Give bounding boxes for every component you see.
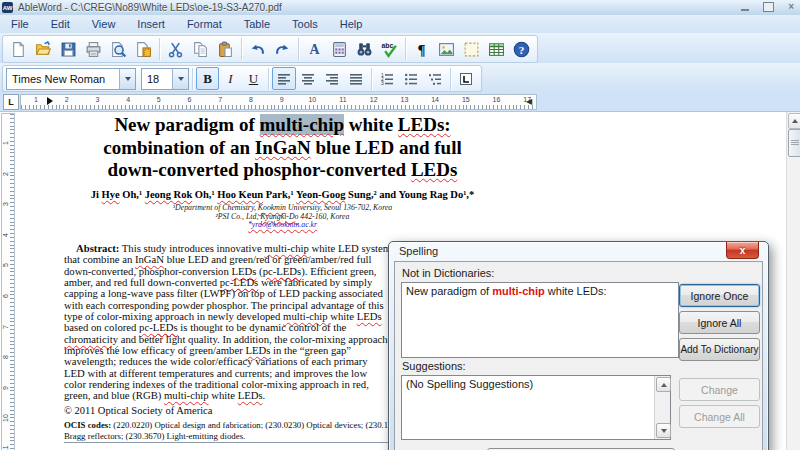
- ruler-number: 10: [2, 413, 12, 423]
- bullet-list-icon[interactable]: [399, 67, 423, 90]
- ruler-number: 16: [492, 96, 502, 103]
- paper-title-line2: combination of an InGaN blue LED and ful…: [30, 137, 535, 160]
- ruler-number: 6: [185, 96, 195, 103]
- tab-stop-icon[interactable]: [454, 67, 478, 90]
- svg-text:?: ?: [519, 43, 525, 55]
- suggestions-scrollbar[interactable]: [654, 376, 670, 439]
- ruler-number: 15: [461, 96, 471, 103]
- menu-table[interactable]: Table: [233, 15, 281, 33]
- vertical-scrollbar[interactable]: [786, 112, 800, 450]
- ruler-number: 8: [246, 96, 256, 103]
- svg-text:abc: abc: [382, 41, 394, 48]
- right-margin-marker[interactable]: ◀: [526, 97, 532, 107]
- ruler-v-numbers: 1234567891011: [2, 114, 14, 450]
- help-icon[interactable]: ?: [509, 37, 534, 61]
- copy-icon[interactable]: [188, 37, 213, 61]
- paper-title-line3: down-converted phosphor-converted LEDs: [30, 159, 535, 182]
- close-window-button[interactable]: ×: [788, 2, 794, 12]
- underline-button[interactable]: U: [242, 67, 265, 90]
- find-icon[interactable]: [352, 37, 377, 61]
- menu-help[interactable]: Help: [329, 15, 374, 33]
- menu-file[interactable]: File: [0, 15, 40, 33]
- redo-icon[interactable]: [270, 37, 295, 61]
- paste-icon[interactable]: [213, 37, 238, 61]
- ruler-number: 4: [123, 96, 133, 103]
- maximize-button[interactable]: [763, 2, 774, 12]
- ruler-number: 7: [2, 322, 12, 332]
- page-setup-icon[interactable]: [131, 37, 156, 61]
- justify-icon[interactable]: [344, 67, 368, 90]
- formatting-toolbar: Times New Roman 18 B I U 123: [0, 63, 800, 92]
- scrollbar-thumb[interactable]: [788, 129, 800, 157]
- ruler-number: 6: [2, 291, 12, 301]
- ruler-number: 7: [215, 96, 225, 103]
- cut-icon[interactable]: [163, 37, 188, 61]
- font-size-dropdown-arrow[interactable]: [172, 69, 188, 89]
- author-email: *yrdo@kookmin.ac.kr: [20, 221, 545, 230]
- ruler-h-numbers: 1234567891011121314151617: [21, 95, 536, 109]
- calculator-icon[interactable]: [327, 37, 352, 61]
- paper-affiliations: ¹Department of Chemistry, Kookmin Univer…: [20, 204, 545, 230]
- tab-selector-button[interactable]: L: [3, 94, 19, 110]
- new-document-icon[interactable]: [6, 37, 31, 61]
- indent-marker[interactable]: [47, 97, 53, 105]
- ruler-number: 4: [2, 230, 12, 240]
- paragraph-marks-icon[interactable]: ¶: [409, 37, 434, 61]
- font-color-icon[interactable]: A: [302, 37, 327, 61]
- misspelled-sentence-box[interactable]: New paradigm of multi-chip white LEDs:: [401, 282, 679, 358]
- insert-table-icon[interactable]: [484, 37, 509, 61]
- title-bar: AW AbleWord - C:\CREG\No89\White LEDs\oe…: [0, 0, 800, 15]
- insert-image-icon[interactable]: [434, 37, 459, 61]
- ruler-number: 5: [154, 96, 164, 103]
- align-center-icon[interactable]: [296, 67, 320, 90]
- multilevel-list-icon[interactable]: [423, 67, 447, 90]
- menu-edit[interactable]: Edit: [40, 15, 81, 33]
- paper-title-line1: New paradigm of multi-chip white LEDs:: [30, 114, 535, 137]
- menu-insert[interactable]: Insert: [126, 15, 176, 33]
- italic-button[interactable]: I: [219, 67, 242, 90]
- menu-bar: File Edit View Insert Format Table Tools…: [0, 15, 800, 33]
- bold-button[interactable]: B: [196, 67, 219, 90]
- menu-format[interactable]: Format: [176, 15, 233, 33]
- insert-frame-icon[interactable]: [459, 37, 484, 61]
- ruler-number: 9: [277, 96, 287, 103]
- horizontal-ruler: 1234567891011121314151617 ◀: [20, 94, 537, 110]
- change-button[interactable]: Change: [679, 378, 760, 401]
- ignore-once-button[interactable]: Ignore Once: [679, 284, 760, 307]
- spell-check-icon[interactable]: abc: [377, 37, 402, 61]
- ableword-window: AW AbleWord - C:\CREG\No89\White LEDs\oe…: [0, 0, 800, 450]
- save-icon[interactable]: [56, 37, 81, 61]
- ruler-number: 9: [2, 383, 12, 393]
- align-left-icon[interactable]: [272, 67, 296, 90]
- minimize-button[interactable]: [741, 9, 749, 11]
- font-name-select[interactable]: Times New Roman: [6, 68, 136, 90]
- suggestions-label: Suggestions:: [402, 360, 466, 372]
- open-icon[interactable]: [31, 37, 56, 61]
- suggestions-scroll-down-icon[interactable]: [656, 423, 671, 438]
- spelling-dialog-title[interactable]: Spelling: [399, 245, 438, 257]
- suggestions-scroll-up-icon[interactable]: [656, 377, 671, 392]
- align-right-icon[interactable]: [320, 67, 344, 90]
- font-size-value: 18: [142, 73, 172, 85]
- menu-view[interactable]: View: [81, 15, 127, 33]
- scrollbar-up-arrow[interactable]: [788, 113, 800, 129]
- font-size-select[interactable]: 18: [141, 68, 189, 90]
- not-in-dictionaries-label: Not in Dictionaries:: [402, 267, 494, 279]
- change-all-button[interactable]: Change All: [679, 405, 760, 428]
- paper-title: New paradigm of multi-chip white LEDs: c…: [30, 114, 535, 182]
- copyright-line: © 2011 Optical Society of America: [64, 405, 212, 416]
- add-to-dictionary-button[interactable]: Add To Dictionary: [679, 338, 760, 361]
- print-preview-icon[interactable]: [106, 37, 131, 61]
- ruler-number: 1: [31, 96, 41, 103]
- print-icon[interactable]: [81, 37, 106, 61]
- suggestions-listbox[interactable]: (No Spelling Suggestions): [401, 375, 671, 440]
- numbered-list-icon[interactable]: 123: [375, 67, 399, 90]
- svg-text:3: 3: [381, 80, 384, 86]
- app-icon: AW: [2, 2, 13, 13]
- undo-icon[interactable]: [245, 37, 270, 61]
- menu-tools[interactable]: Tools: [281, 15, 329, 33]
- dialog-close-icon[interactable]: x: [726, 242, 759, 259]
- svg-text:¶: ¶: [417, 41, 425, 57]
- ignore-all-button[interactable]: Ignore All: [679, 311, 760, 334]
- font-name-dropdown-arrow[interactable]: [119, 69, 135, 89]
